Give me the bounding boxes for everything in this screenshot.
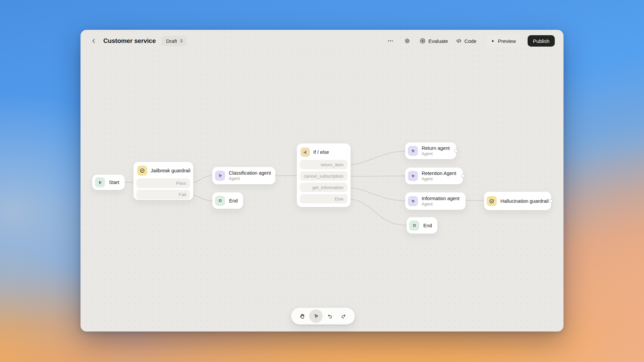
shield-check-icon <box>487 196 497 206</box>
pan-hand-tool[interactable] <box>296 309 309 323</box>
workflow-canvas[interactable]: Customer service Draft <box>80 30 564 331</box>
page-title: Customer service <box>103 37 156 45</box>
stop-square-icon <box>215 196 225 206</box>
node-jailbreak-guardrail[interactable]: Jailbreak guardrail Pass Fail <box>133 162 193 200</box>
node-title: Start <box>109 180 119 185</box>
node-title: Retention Agent <box>422 171 456 176</box>
node-title: End <box>423 223 432 228</box>
code-button[interactable]: Code <box>454 36 478 46</box>
play-icon <box>95 177 105 187</box>
branch-row-cancel-subscription[interactable]: cancel_subscription <box>300 171 347 181</box>
node-classification-agent[interactable]: Classification agent Agent <box>212 167 275 184</box>
play-filled-icon <box>491 39 495 43</box>
canvas-toolbar <box>291 308 355 324</box>
node-subtitle: Agent <box>229 176 271 181</box>
evaluate-label: Evaluate <box>428 38 448 44</box>
redo-icon <box>340 313 347 319</box>
node-subtitle: Agent <box>422 152 450 156</box>
undo-button[interactable] <box>323 309 337 323</box>
branch-row-get-information[interactable]: get_information <box>300 183 347 192</box>
gear-icon <box>404 38 411 44</box>
output-port-retention-agent[interactable] <box>461 174 465 178</box>
redo-button[interactable] <box>337 309 351 323</box>
edge-getinfo-information <box>347 188 405 201</box>
node-subtitle: Agent <box>422 177 456 181</box>
branch-row-return-item[interactable]: return_item <box>300 160 347 169</box>
node-hallucination-guardrail[interactable]: Hallucination guardrail <box>484 192 551 210</box>
evaluate-icon <box>419 38 426 44</box>
cursor-icon <box>408 146 418 156</box>
overflow-menu-button[interactable] <box>384 35 396 47</box>
branch-row-fail[interactable]: Fail <box>137 190 190 199</box>
node-title: Jailbreak guardrail <box>151 168 190 173</box>
node-title: Hallucination guardrail <box>500 198 548 204</box>
node-title: Classification agent <box>229 170 271 176</box>
node-start[interactable]: Start <box>92 175 125 190</box>
edge-else-end <box>347 199 407 225</box>
node-title: End <box>229 198 238 203</box>
node-end-bottom[interactable]: End <box>407 217 437 234</box>
chevron-up-down-icon <box>179 38 184 44</box>
shield-check-icon <box>137 166 147 176</box>
branch-row-pass[interactable]: Pass <box>137 178 190 188</box>
code-label: Code <box>465 38 477 44</box>
preview-label: Preview <box>498 38 516 44</box>
evaluate-button[interactable]: Evaluate <box>418 36 449 46</box>
edge-returnitem-returnagent <box>347 151 405 165</box>
stop-square-icon <box>409 221 419 231</box>
node-title: Information agent <box>422 196 460 201</box>
node-end-top[interactable]: End <box>212 192 243 209</box>
cursor-icon <box>408 196 418 206</box>
node-return-agent[interactable]: Return agent Agent <box>405 142 456 159</box>
ellipsis-icon <box>387 38 394 44</box>
preview-button[interactable]: Preview <box>486 35 521 47</box>
back-button[interactable] <box>88 35 100 47</box>
cursor-icon <box>408 171 418 181</box>
node-title: If / else <box>313 149 329 155</box>
publish-label: Publish <box>533 38 549 44</box>
hand-icon <box>299 313 306 319</box>
node-if-else[interactable]: If / else return_item cancel_subscriptio… <box>297 143 351 207</box>
chevron-left-icon <box>91 38 97 44</box>
node-retention-agent[interactable]: Retention Agent Agent <box>405 168 463 184</box>
node-title: Return agent <box>422 145 450 151</box>
settings-button[interactable] <box>401 35 413 47</box>
node-information-agent[interactable]: Information agent Agent <box>405 192 466 210</box>
output-port-hallucination-guardrail[interactable] <box>549 199 553 203</box>
edge-cancel-retention <box>347 176 405 176</box>
status-selector[interactable]: Draft <box>162 36 187 46</box>
publish-button[interactable]: Publish <box>528 35 555 47</box>
cursor-icon <box>313 313 319 319</box>
header-left: Customer service Draft <box>88 34 187 48</box>
code-icon <box>455 38 462 44</box>
node-subtitle: Agent <box>422 202 460 206</box>
undo-icon <box>327 313 333 319</box>
cursor-icon <box>215 171 225 181</box>
branch-icon <box>301 147 310 157</box>
output-port-return-agent[interactable] <box>454 149 458 153</box>
branch-row-else[interactable]: Else <box>300 194 347 203</box>
status-label: Draft <box>166 38 177 44</box>
header-right: Evaluate Code Preview Publish <box>384 34 555 48</box>
select-cursor-tool[interactable] <box>309 309 323 323</box>
